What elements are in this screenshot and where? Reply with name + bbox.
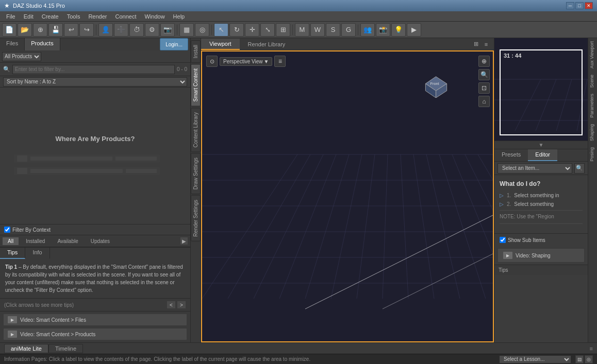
tips-tab-tips[interactable]: Tips bbox=[0, 248, 25, 259]
pe-tab-editor[interactable]: Editor bbox=[528, 149, 557, 161]
bottom-tab-timeline[interactable]: Timeline bbox=[48, 344, 83, 353]
minimize-button[interactable]: ─ bbox=[566, 2, 574, 9]
menu-edit[interactable]: Edit bbox=[20, 12, 38, 21]
todo-arrow-1: ▷ bbox=[500, 193, 504, 198]
viewport[interactable]: Front ⊙ Perspective View ▼ ≡ bbox=[201, 50, 494, 342]
close-button[interactable]: ✕ bbox=[585, 2, 593, 9]
menu-create[interactable]: Create bbox=[38, 12, 63, 21]
right-vert-shaping[interactable]: Shaping bbox=[588, 121, 597, 144]
vert-tab-draw-settings[interactable]: Draw Settings bbox=[191, 153, 201, 194]
right-vert-posing[interactable]: Posing bbox=[588, 144, 597, 165]
right-vert-scene[interactable]: Scene bbox=[588, 72, 597, 91]
left-panel: Files Products Login... All Products 🔍 0… bbox=[0, 38, 191, 342]
menu-render[interactable]: Render bbox=[84, 12, 111, 21]
show-sub-checkbox[interactable] bbox=[500, 237, 506, 243]
bottom-tab-animate[interactable]: aniMate Lite bbox=[4, 344, 48, 353]
side-tabs-container: Install Smart Content Content Library Dr… bbox=[191, 38, 597, 342]
menu-connect[interactable]: Connect bbox=[111, 12, 141, 21]
layout-button[interactable]: ▦ bbox=[179, 23, 194, 37]
maximize-button[interactable]: □ bbox=[575, 2, 584, 9]
tab-products[interactable]: Products bbox=[25, 38, 60, 50]
timeline-button[interactable]: ⏱ bbox=[129, 23, 144, 37]
geometry-button[interactable]: G bbox=[341, 23, 356, 37]
right-panels: Aux Viewport ≡ bbox=[494, 38, 597, 342]
render-settings-button[interactable]: ⚙ bbox=[145, 23, 159, 37]
search-input[interactable] bbox=[12, 65, 175, 74]
menu-help[interactable]: Help bbox=[169, 12, 189, 21]
right-vert-parameters[interactable]: Parameters bbox=[588, 91, 597, 121]
select-button[interactable]: ↖ bbox=[214, 23, 228, 37]
vp-tab-render-library[interactable]: Render Library bbox=[240, 39, 294, 49]
camera2-button[interactable]: 📸 bbox=[376, 23, 390, 37]
universal-button[interactable]: ⊞ bbox=[276, 23, 290, 37]
sort-select[interactable]: Sort by Name : A to Z bbox=[3, 77, 187, 86]
viewport-extra-icon[interactable]: ≡ bbox=[274, 56, 286, 67]
add-figure-button[interactable]: ➕ bbox=[114, 23, 128, 37]
tab-files[interactable]: Files bbox=[0, 38, 25, 50]
cat-arrow-button[interactable]: ▶ bbox=[180, 237, 188, 245]
vert-tab-install[interactable]: Install bbox=[191, 40, 201, 63]
vert-tab-content-library[interactable]: Content Library bbox=[191, 108, 201, 152]
video-products-button[interactable]: ▶ Video: Smart Content > Products bbox=[3, 328, 187, 340]
filter-select[interactable]: All Products bbox=[2, 52, 41, 61]
video-files-button[interactable]: ▶ Video: Smart Content > Files bbox=[3, 314, 187, 326]
rotate-button[interactable]: ↻ bbox=[229, 23, 244, 37]
undo-button[interactable]: ↩ bbox=[64, 23, 78, 37]
perspective-icon: ⊙ bbox=[206, 56, 218, 67]
status-icon-1[interactable]: ▤ bbox=[575, 355, 584, 363]
viewport-menu-icon[interactable]: ≡ bbox=[482, 40, 491, 49]
smooth-button[interactable]: S bbox=[326, 23, 340, 37]
merge-button[interactable]: ⊕ bbox=[33, 23, 47, 37]
person-button[interactable]: 👥 bbox=[360, 23, 375, 37]
login-button[interactable]: Login... bbox=[160, 38, 188, 50]
toolbar: 📄 📂 ⊕ 💾 ↩ ↪ 👤 ➕ ⏱ ⚙ 📷 ▦ ◎ ↖ ↻ ✛ ⤡ ⊞ M W … bbox=[0, 22, 597, 38]
blur-text-1b bbox=[115, 157, 157, 161]
right-vert-aux[interactable]: Aux Viewport bbox=[588, 38, 597, 72]
zoom-control-icon[interactable]: 🔍 bbox=[478, 69, 490, 80]
right-tips-bar: Tips bbox=[494, 265, 588, 275]
cat-tab-available[interactable]: Available bbox=[52, 237, 84, 246]
tips-prev-button[interactable]: < bbox=[167, 301, 176, 309]
tips-tabs: Tips Info bbox=[0, 248, 190, 259]
blur-row-2 bbox=[14, 167, 160, 175]
menu-window[interactable]: Window bbox=[140, 12, 169, 21]
viewport-expand-icon[interactable]: ⊞ bbox=[471, 40, 480, 49]
redo-button[interactable]: ↪ bbox=[79, 23, 94, 37]
camera-button[interactable]: 📷 bbox=[160, 23, 175, 37]
light-button[interactable]: 💡 bbox=[391, 23, 406, 37]
save-button[interactable]: 💾 bbox=[48, 23, 63, 37]
scale-button[interactable]: ⤡ bbox=[260, 23, 275, 37]
scroll-down-icon[interactable]: ▼ bbox=[539, 142, 544, 148]
menu-tools[interactable]: Tools bbox=[63, 12, 85, 21]
pe-tab-presets[interactable]: Presets bbox=[494, 149, 528, 161]
vp-tab-viewport[interactable]: Viewport bbox=[201, 39, 240, 50]
more-button[interactable]: ▶ bbox=[407, 23, 421, 37]
orbit-control-icon[interactable]: ⊕ bbox=[478, 56, 490, 67]
bottom-expand-icon[interactable]: ≡ bbox=[590, 345, 593, 352]
move-button[interactable]: ✛ bbox=[245, 23, 259, 37]
morph-button[interactable]: M bbox=[295, 23, 309, 37]
filter-context-checkbox[interactable] bbox=[4, 227, 10, 233]
tips-next-button[interactable]: > bbox=[177, 301, 186, 309]
new-file-button[interactable]: 📄 bbox=[2, 23, 16, 37]
home-control-icon[interactable]: ⌂ bbox=[478, 96, 490, 107]
item-search-icon[interactable]: 🔍 bbox=[574, 163, 585, 174]
status-icon-2[interactable]: ◎ bbox=[585, 355, 593, 363]
frame-control-icon[interactable]: ⊡ bbox=[478, 82, 490, 94]
menu-file[interactable]: File bbox=[2, 12, 20, 21]
blur-text-2b bbox=[126, 169, 157, 173]
perspective-dropdown[interactable]: Perspective View ▼ bbox=[220, 57, 272, 66]
cat-tab-installed[interactable]: Installed bbox=[20, 237, 51, 246]
open-button[interactable]: 📂 bbox=[18, 23, 32, 37]
orbit-button[interactable]: ◎ bbox=[195, 23, 209, 37]
video-shaping-button[interactable]: ▶ Video: Shaping bbox=[498, 248, 585, 263]
tips-tab-info[interactable]: Info bbox=[25, 248, 49, 259]
item-select[interactable]: Select an Item... bbox=[498, 163, 572, 174]
weight-button[interactable]: W bbox=[310, 23, 325, 37]
cat-tab-all[interactable]: All bbox=[2, 237, 19, 246]
vert-tab-render-settings[interactable]: Render Settings bbox=[191, 195, 201, 241]
lesson-select[interactable]: Select a Lesson... bbox=[499, 355, 571, 363]
cat-tab-updates[interactable]: Updates bbox=[85, 237, 115, 246]
vert-tab-smart-content[interactable]: Smart Content bbox=[191, 64, 201, 106]
figure-button[interactable]: 👤 bbox=[98, 23, 113, 37]
